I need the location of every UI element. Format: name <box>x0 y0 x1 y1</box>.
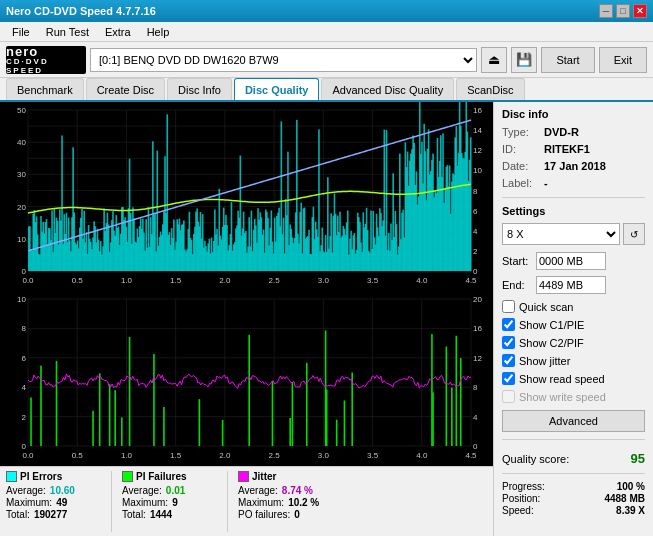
jitter-average-key: Average: <box>238 485 278 496</box>
disc-label-row: Label: - <box>502 177 645 189</box>
pi-failures-average-key: Average: <box>122 485 162 496</box>
start-label: Start: <box>502 255 532 267</box>
progress-row: Progress: 100 % <box>502 481 645 492</box>
position-val: 4488 MB <box>604 493 645 504</box>
pi-errors-total-val: 190277 <box>34 509 67 520</box>
top-chart <box>0 102 493 291</box>
tab-advanced-disc-quality[interactable]: Advanced Disc Quality <box>321 78 454 100</box>
titlebar-controls[interactable]: ─ □ ✕ <box>599 4 647 18</box>
close-button[interactable]: ✕ <box>633 4 647 18</box>
maximize-button[interactable]: □ <box>616 4 630 18</box>
save-icon[interactable]: 💾 <box>511 47 537 73</box>
disc-type-val: DVD-R <box>544 126 579 138</box>
quick-scan-checkbox[interactable] <box>502 300 515 313</box>
jitter-average-val: 8.74 % <box>282 485 313 496</box>
eject-icon[interactable]: ⏏ <box>481 47 507 73</box>
quick-scan-label: Quick scan <box>519 301 573 313</box>
pi-failures-header: PI Failures <box>122 471 217 482</box>
pi-failures-label: PI Failures <box>136 471 187 482</box>
minimize-button[interactable]: ─ <box>599 4 613 18</box>
show-c2-pif-row: Show C2/PIF <box>502 336 645 349</box>
menu-file[interactable]: File <box>4 24 38 40</box>
pi-failures-max-row: Maximum: 9 <box>122 497 217 508</box>
disc-info-title: Disc info <box>502 108 645 120</box>
jitter-label: Jitter <box>252 471 276 482</box>
start-input[interactable] <box>536 252 606 270</box>
pi-failures-total-val: 1444 <box>150 509 172 520</box>
pi-errors-header: PI Errors <box>6 471 101 482</box>
pi-errors-max-row: Maximum: 49 <box>6 497 101 508</box>
jitter-color <box>238 471 249 482</box>
divider-2 <box>502 439 645 440</box>
quality-score-label: Quality score: <box>502 453 569 465</box>
bottom-chart <box>0 291 493 466</box>
show-write-speed-checkbox[interactable] <box>502 390 515 403</box>
show-read-speed-checkbox[interactable] <box>502 372 515 385</box>
show-c2-pif-checkbox[interactable] <box>502 336 515 349</box>
disc-type-label: Type: <box>502 126 540 138</box>
menu-run-test[interactable]: Run Test <box>38 24 97 40</box>
show-write-speed-label: Show write speed <box>519 391 606 403</box>
settings-title: Settings <box>502 205 645 217</box>
tab-disc-info[interactable]: Disc Info <box>167 78 232 100</box>
tab-disc-quality[interactable]: Disc Quality <box>234 78 320 100</box>
end-input[interactable] <box>536 276 606 294</box>
disc-id-val: RITEKF1 <box>544 143 590 155</box>
speed-label: Speed: <box>502 505 534 516</box>
pi-failures-average-row: Average: 0.01 <box>122 485 217 496</box>
jitter-max-row: Maximum: 10.2 % <box>238 497 333 508</box>
menu-help[interactable]: Help <box>139 24 178 40</box>
pi-errors-label: PI Errors <box>20 471 62 482</box>
pi-failures-total-row: Total: 1444 <box>122 509 217 520</box>
show-jitter-row: Show jitter <box>502 354 645 367</box>
menubar: File Run Test Extra Help <box>0 22 653 42</box>
show-c1-pie-label: Show C1/PIE <box>519 319 584 331</box>
pi-errors-average-val: 10.60 <box>50 485 75 496</box>
pi-errors-total-row: Total: 190277 <box>6 509 101 520</box>
exit-button[interactable]: Exit <box>599 47 647 73</box>
position-label: Position: <box>502 493 540 504</box>
divider-3 <box>502 473 645 474</box>
right-panel: Disc info Type: DVD-R ID: RITEKF1 Date: … <box>493 102 653 536</box>
pi-errors-total-key: Total: <box>6 509 30 520</box>
show-jitter-label: Show jitter <box>519 355 570 367</box>
main-content: PI Errors Average: 10.60 Maximum: 49 Tot… <box>0 102 653 536</box>
start-row: Start: <box>502 252 645 270</box>
disc-type-row: Type: DVD-R <box>502 126 645 138</box>
menu-extra[interactable]: Extra <box>97 24 139 40</box>
disc-label-label: Label: <box>502 177 540 189</box>
disc-label-val: - <box>544 177 548 189</box>
disc-date-label: Date: <box>502 160 540 172</box>
show-c1-pie-checkbox[interactable] <box>502 318 515 331</box>
pi-errors-average-key: Average: <box>6 485 46 496</box>
pi-failures-stats: PI Failures Average: 0.01 Maximum: 9 Tot… <box>122 471 217 532</box>
disc-date-row: Date: 17 Jan 2018 <box>502 160 645 172</box>
charts-wrap <box>0 102 493 466</box>
show-read-speed-label: Show read speed <box>519 373 605 385</box>
start-button[interactable]: Start <box>541 47 594 73</box>
refresh-button[interactable]: ↺ <box>623 223 645 245</box>
pi-errors-stats: PI Errors Average: 10.60 Maximum: 49 Tot… <box>6 471 101 532</box>
tab-scan-disc[interactable]: ScanDisc <box>456 78 524 100</box>
tab-benchmark[interactable]: Benchmark <box>6 78 84 100</box>
jitter-header: Jitter <box>238 471 333 482</box>
jitter-max-key: Maximum: <box>238 497 284 508</box>
progress-label: Progress: <box>502 481 545 492</box>
drive-select[interactable]: [0:1] BENQ DVD DD DW1620 B7W9 <box>90 48 477 72</box>
advanced-button[interactable]: Advanced <box>502 410 645 432</box>
disc-id-row: ID: RITEKF1 <box>502 143 645 155</box>
speed-val: 8.39 X <box>616 505 645 516</box>
show-jitter-checkbox[interactable] <box>502 354 515 367</box>
quality-row: Quality score: 95 <box>502 451 645 466</box>
disc-date-val: 17 Jan 2018 <box>544 160 606 172</box>
jitter-po-val: 0 <box>294 509 300 520</box>
tab-create-disc[interactable]: Create Disc <box>86 78 165 100</box>
speed-row: Speed: 8.39 X <box>502 505 645 516</box>
show-c1-pie-row: Show C1/PIE <box>502 318 645 331</box>
show-write-speed-row: Show write speed <box>502 390 645 403</box>
jitter-max-val: 10.2 % <box>288 497 319 508</box>
speed-select[interactable]: 8 X <box>502 223 620 245</box>
jitter-stats: Jitter Average: 8.74 % Maximum: 10.2 % P… <box>238 471 333 532</box>
pi-errors-average-row: Average: 10.60 <box>6 485 101 496</box>
pi-errors-color <box>6 471 17 482</box>
